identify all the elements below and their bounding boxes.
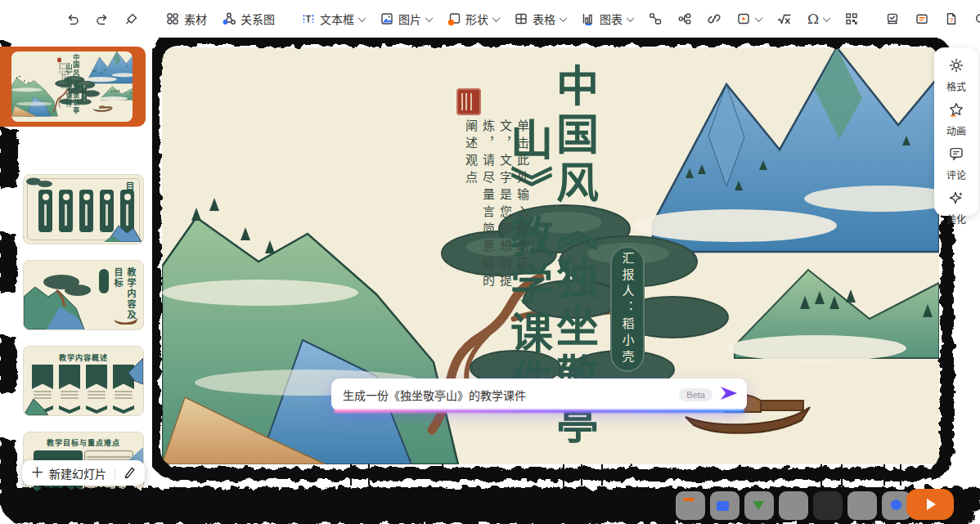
beautify-panel-label: 美化 [946,212,966,226]
ai-command-bar[interactable]: 生成一份《独坐敬亭山》的教学课件 Beta [331,378,747,411]
slide-thumbnail-4[interactable]: 教学内容概述 [23,346,144,416]
top-toolbar: 素材 关系图 文本框 图片 形状 表格 图表 Ω [0,0,980,38]
right-mid-mountain [726,270,939,361]
qrcode-button[interactable] [839,7,864,30]
slide-body-placeholder[interactable]: 单击此处输入你的正文，文字是您思想的提炼，请尽量言简意赅的阐述观点 [58,63,69,92]
textbox-label: 文本框 [320,11,354,27]
play-icon [927,499,936,510]
present-play-button[interactable] [906,489,954,520]
shape-icon [447,11,461,26]
redo-button[interactable] [90,7,115,30]
right-mountains [85,52,133,83]
smart-diagram-icon [648,11,663,26]
smart-diagram-button[interactable] [643,7,668,30]
send-icon[interactable] [719,384,739,405]
org-chart-button[interactable] [672,7,697,30]
materials-icon [165,11,180,26]
format-painter-icon [124,11,139,26]
new-slide-label: 新建幻灯片 [49,465,106,481]
table-label: 表格 [533,11,555,27]
media-button[interactable] [731,7,766,30]
textbox-button[interactable]: 文本框 [296,7,370,31]
relation-chart-button[interactable]: 关系图 [217,7,280,31]
right-mountains [632,47,939,252]
presenter-plaque[interactable]: 汇报人：稻小壳 [610,246,645,372]
qrcode-icon [844,11,859,26]
noise-ticks [152,463,980,487]
slide-body-placeholder[interactable]: 单击此处输入你的正文，文字是您思想的提炼，请尽量言简意赅的阐述观点 [461,119,530,306]
hyperlink-icon [707,11,722,26]
media-icon [736,11,751,26]
shape-button[interactable]: 形状 [442,7,504,31]
comments-panel-label: 评论 [946,168,966,181]
right-tool-panel: 格式 动画 评论 美化 [934,47,978,216]
presenter-text: 汇报人：稻小壳 [619,252,636,366]
red-seal-stamp [456,88,481,115]
thumbnail-1-selected-wrap: 中国风《独坐敬亭 山》教学课件 单击此处输入你的正文，文字是您思想的提炼，请尽量… [0,47,146,127]
table-button[interactable]: 表格 [509,7,571,31]
search-button[interactable] [969,7,980,30]
undo-button[interactable] [61,7,85,30]
stamp-button[interactable] [880,7,905,30]
slide-thumbnail-2[interactable]: 目录 [23,174,144,244]
chevron-down-icon [823,14,831,22]
relation-chart-label: 关系图 [241,11,275,27]
chart-icon [581,11,596,26]
stamp-icon [885,11,900,26]
taskbar-item[interactable] [710,491,739,520]
beta-badge: Beta [679,388,713,401]
help-doc-icon: ? [944,11,959,26]
taskbar-item[interactable] [676,491,705,520]
comments-panel-button[interactable]: 评论 [946,146,966,181]
help-doc-button[interactable]: ? [939,7,964,30]
hyperlink-button[interactable] [702,7,726,30]
noise-blob [0,337,16,392]
search-icon [973,11,980,26]
chevron-down-icon [425,14,434,22]
taskbar-item[interactable] [744,491,774,520]
format-panel-button[interactable]: 格式 [946,57,966,93]
noise-blob [0,440,16,490]
slide-canvas-content: 中国风《独坐敬亭 山》教学课件 单击此处输入你的正文，文字是您思想的提炼，请尽量… [11,52,133,117]
ai-pen-icon[interactable] [124,465,137,481]
image-button[interactable]: 图片 [375,7,437,31]
chevron-down-icon [627,14,635,22]
undo-icon [65,11,80,26]
svg-text:?: ? [950,16,954,24]
left-mountains [11,75,57,117]
chart-button[interactable]: 图表 [576,7,638,31]
slide-canvas[interactable]: 中国风《独坐敬亭 山》教学课件 单击此处输入你的正文，文字是您思想的提炼，请尽量… [162,47,939,464]
bottom-taskbar [676,491,911,520]
thumb3-title: 教学内容及目标 [110,267,137,321]
slide-thumbnail-3[interactable]: 教学内容及目标 [23,260,144,330]
chart-label: 图表 [600,11,623,27]
right-mid-mountain [100,86,133,100]
taskbar-item[interactable] [847,491,877,520]
symbol-omega-icon: Ω [807,11,819,27]
format-painter-button[interactable] [119,7,144,30]
presenter-plaque[interactable]: 汇报人：稻小壳 [81,83,87,102]
left-mountains [162,198,458,464]
slide-title-column-right[interactable]: 中国风《独坐敬亭 [72,54,79,115]
chevron-down-icon [492,14,501,22]
symbol-button[interactable]: Ω [802,7,834,31]
taskbar-item[interactable] [779,491,808,520]
notes-panel-button[interactable] [910,7,934,30]
toc-pine-art [25,177,53,190]
new-slide-button[interactable]: ＋ 新建幻灯片 [22,460,145,486]
materials-button[interactable]: 素材 [160,7,212,31]
thumb4-mountain-art2 [24,394,48,415]
formula-button[interactable] [771,7,798,30]
thumb4-mountain-art [120,358,143,391]
ai-command-text[interactable]: 生成一份《独坐敬亭山》的教学课件 [343,387,672,403]
taskbar-item[interactable] [813,491,843,520]
format-panel-label: 格式 [946,79,966,93]
beautify-panel-button[interactable]: 美化 [946,190,966,226]
thumb3-boat-art [114,316,138,325]
animation-panel-button[interactable]: 动画 [946,101,966,137]
slide-thumbnail-1[interactable]: 中国风《独坐敬亭 山》教学课件 单击此处输入你的正文，文字是您思想的提炼，请尽量… [11,52,133,122]
button-separator [115,467,115,480]
chevron-down-icon [560,14,568,22]
slide-canvas-content: 中国风《独坐敬亭 山》教学课件 单击此处输入你的正文，文字是您思想的提炼，请尽量… [162,47,939,464]
slide-thumbnail-rail: 中国风《独坐敬亭 山》教学课件 单击此处输入你的正文，文字是您思想的提炼，请尽量… [0,38,152,524]
